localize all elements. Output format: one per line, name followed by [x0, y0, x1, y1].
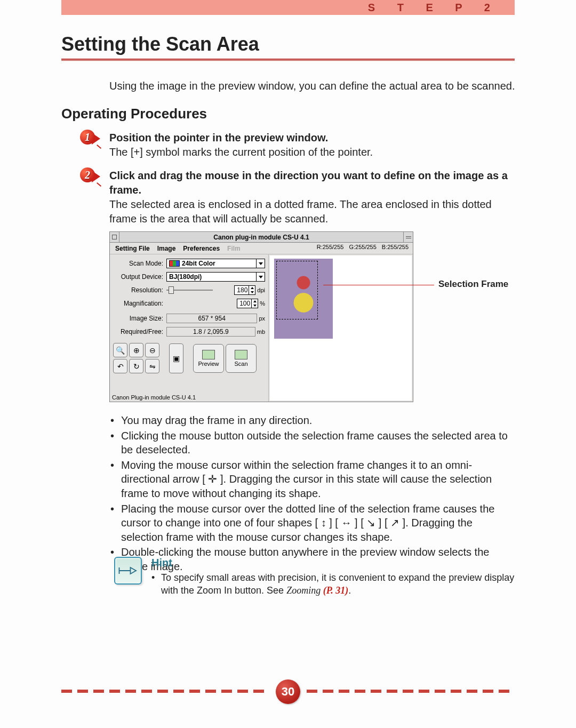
rotate-right-icon[interactable]: ↻ — [129, 359, 143, 373]
hint-text: To specify small areas with precision, i… — [151, 571, 515, 597]
magnification-label: Magnification: — [113, 300, 163, 307]
image-size-label: Image Size: — [113, 315, 163, 322]
resolution-unit: dpi — [257, 287, 265, 293]
menu-item-disabled: Film — [227, 245, 241, 252]
hint-text-em: Zooming — [286, 585, 321, 596]
preview-button[interactable]: Preview — [193, 344, 224, 373]
magnification-value: 100 — [237, 300, 251, 307]
zoom-out-icon[interactable]: ⊖ — [145, 343, 159, 357]
output-device-label: Output Device: — [113, 273, 163, 281]
window-control-button[interactable] — [403, 232, 413, 242]
dropdown-arrow-icon[interactable] — [256, 273, 265, 281]
callout-label: Selection Frame — [438, 279, 508, 290]
menu-item[interactable]: Setting File — [115, 245, 150, 252]
resolution-slider[interactable] — [166, 285, 234, 295]
spinner-down-icon[interactable] — [252, 303, 258, 308]
step-1: 1 Position the pointer in the preview wi… — [109, 131, 515, 159]
rgb-b: B:255/255 — [382, 244, 409, 250]
notes-list: You may drag the frame in any direction.… — [109, 413, 515, 575]
selection-frame[interactable] — [276, 261, 318, 319]
menu-item[interactable]: Image — [157, 245, 176, 252]
status-bar: Canon Plug-in module CS-U 4.1 — [112, 394, 196, 401]
title-rule — [61, 59, 515, 61]
titlebar: Canon plug-in module CS-U 4.1 — [110, 232, 413, 243]
required-free-value: 1.8 / 2,095.9 — [166, 327, 255, 337]
resolution-value: 180 — [235, 286, 249, 294]
magnification-unit: % — [260, 300, 265, 307]
list-item: Placing the mouse cursor over the dotted… — [109, 502, 515, 545]
rotate-left-icon[interactable]: ↶ — [113, 359, 127, 373]
app-window: Canon plug-in module CS-U 4.1 Setting Fi… — [109, 231, 413, 402]
scan-mode-label: Scan Mode: — [113, 260, 163, 267]
step-number-1-icon: 1 — [80, 130, 98, 148]
color-mode-icon — [169, 260, 180, 267]
step-header: S T E P 2 — [61, 0, 515, 15]
list-item: Moving the mouse cursor within the selec… — [109, 458, 515, 501]
system-menu-button[interactable] — [110, 232, 119, 242]
preview-pane[interactable] — [270, 255, 412, 401]
step-2: 2 Click and drag the mouse in the direct… — [109, 169, 515, 226]
spinner-up-icon[interactable] — [249, 286, 255, 290]
step-number-2-icon: 2 — [80, 167, 98, 186]
resolution-spinner[interactable]: 180 — [234, 285, 255, 295]
hint-icon — [114, 557, 142, 585]
window-title: Canon plug-in module CS-U 4.1 — [119, 233, 403, 242]
spinner-down-icon[interactable] — [249, 290, 255, 294]
callout-line — [323, 285, 434, 285]
dropdown-arrow-icon[interactable] — [256, 259, 265, 268]
step-1-body: The [+] symbol marks the current positio… — [109, 145, 515, 159]
magnification-spinner[interactable]: 100 — [237, 299, 258, 308]
required-free-label: Required/Free: — [113, 328, 163, 335]
hint-box: Hint To specify small areas with precisi… — [114, 557, 515, 597]
scan-mode-combo[interactable]: 24bit Color — [166, 259, 265, 268]
preview-button-label: Preview — [198, 361, 219, 367]
rgb-readout: R:255/255 G:255/255 B:255/255 — [317, 244, 409, 250]
section-heading: Operating Procedures — [61, 106, 207, 122]
step-1-title: Position the pointer in the preview wind… — [109, 131, 515, 145]
hint-text-post: . — [348, 585, 351, 596]
resolution-label: Resolution: — [113, 286, 163, 294]
output-device-combo[interactable]: BJ(180dpi) — [166, 272, 265, 282]
hint-ref-link[interactable]: (P. 31) — [321, 585, 348, 596]
hint-title: Hint — [151, 557, 515, 569]
page-number: 30 — [276, 679, 300, 704]
page-title: Setting the Scan Area — [61, 33, 259, 55]
tool-grid: 🔍 ⊕ ⊖ ▣ Preview Scan ↶ ↻ ⇋ — [113, 343, 265, 373]
settings-pane: Scan Mode: 24bit Color Output Device: BJ… — [110, 254, 269, 402]
scan-mode-value: 24bit Color — [182, 260, 215, 267]
image-tool-icon[interactable]: ▣ — [169, 343, 183, 373]
list-item: Clicking the mouse button outside the se… — [109, 429, 515, 457]
flip-icon[interactable]: ⇋ — [145, 359, 159, 373]
menu-item[interactable]: Preferences — [183, 245, 220, 252]
image-size-unit: px — [259, 315, 265, 322]
rgb-r: R:255/255 — [317, 244, 344, 250]
image-size-value: 657 * 954 — [166, 314, 257, 323]
zoom-actual-icon[interactable]: ⊕ — [129, 343, 143, 357]
scan-button-label: Scan — [234, 361, 247, 367]
output-device-value: BJ(180dpi) — [169, 273, 202, 281]
step-2-body: The selected area is enclosed in a dotte… — [109, 197, 515, 226]
footer-dashes — [307, 690, 515, 693]
zoom-in-icon[interactable]: 🔍 — [113, 343, 127, 357]
intro-text: Using the image in the preview window, y… — [109, 80, 515, 92]
scan-button[interactable]: Scan — [226, 344, 257, 373]
rgb-g: G:255/255 — [349, 244, 376, 250]
step-2-title: Click and drag the mouse in the directio… — [109, 169, 515, 197]
list-item: You may drag the frame in any direction. — [109, 413, 515, 428]
required-free-unit: mb — [257, 329, 265, 335]
spinner-up-icon[interactable] — [252, 299, 258, 303]
footer-dashes — [61, 690, 269, 693]
